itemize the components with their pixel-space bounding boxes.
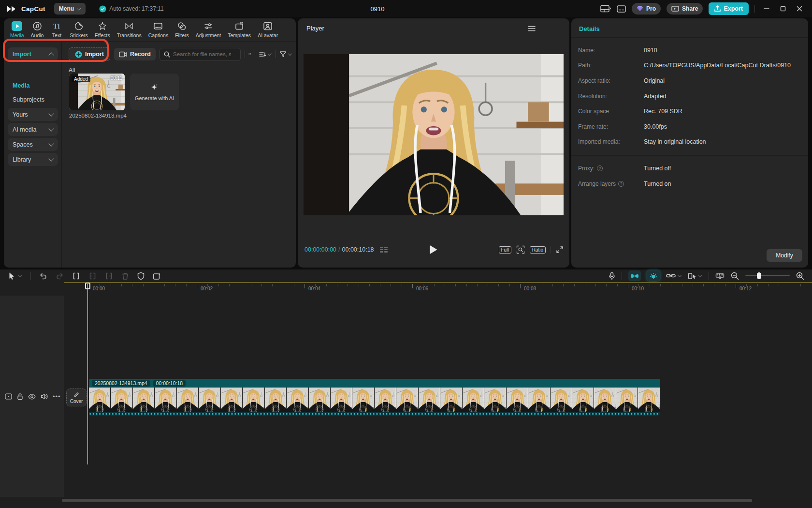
modify-button[interactable]: Modify	[767, 249, 802, 262]
help-icon[interactable]: ?	[618, 181, 624, 187]
details-panel: Details Name:0910 Path:C:/Users/TOPGUS/A…	[571, 18, 808, 268]
sidebar-item-media[interactable]: Media	[13, 82, 29, 89]
pro-button[interactable]: Pro	[632, 3, 661, 15]
export-clip-icon[interactable]	[153, 272, 161, 280]
tab-stickers[interactable]: Stickers	[66, 21, 91, 38]
cursor-clip-icon	[688, 272, 696, 280]
tab-transitions[interactable]: Transitions	[114, 21, 145, 38]
cursor-mode-button[interactable]	[688, 272, 702, 280]
generate-with-ai-card[interactable]: Generate with AI	[130, 74, 179, 110]
divider	[622, 272, 622, 280]
record-voiceover-icon[interactable]	[609, 272, 615, 280]
details-row-path: Path:C:/Users/TOPGUS/AppData/Local/CapCu…	[571, 58, 808, 74]
details-row-resolution: Resolution:Adapted	[571, 89, 808, 104]
close-button[interactable]	[797, 6, 802, 12]
details-title: Details	[571, 18, 808, 37]
slider-knob[interactable]	[757, 272, 761, 279]
divider	[30, 272, 31, 280]
export-button[interactable]: Export	[709, 2, 749, 15]
clip-filename: 20250802-134913.mp4	[69, 113, 127, 119]
track-more-button[interactable]: •••	[53, 394, 61, 399]
delete-icon[interactable]	[121, 272, 129, 280]
details-row-imported-media: Imported media:Stay in original location	[571, 134, 808, 150]
lock-track-icon[interactable]	[17, 393, 23, 400]
filmstrip-frame	[551, 388, 572, 412]
timeline-ruler[interactable]: 00:00 00:02 00:04 00:06 00:08 00:10 00:1…	[0, 283, 812, 296]
full-button[interactable]: Full	[499, 246, 511, 254]
media-clip-thumbnail[interactable]: Added 00:11	[69, 74, 125, 110]
play-button[interactable]	[430, 245, 437, 254]
notes-panel-icon[interactable]	[617, 5, 626, 13]
player-panel: Player	[298, 18, 569, 268]
media-content: Import Record All	[62, 42, 296, 268]
menu-button[interactable]: Menu	[54, 3, 86, 15]
share-button[interactable]: Share	[667, 3, 703, 15]
zoom-in-icon[interactable]	[796, 272, 804, 280]
tab-text[interactable]: TI Text	[47, 21, 66, 38]
split-delete-right-icon[interactable]	[105, 272, 113, 280]
sidebar-item-ai-media[interactable]: AI media	[8, 123, 58, 136]
tab-adjustment[interactable]: Adjustment	[192, 21, 225, 38]
video-scene	[352, 388, 374, 412]
sidebar-item-import[interactable]: Import	[8, 47, 58, 61]
magnetic-snap-toggle[interactable]	[628, 270, 641, 281]
sidebar-item-yours[interactable]: Yours	[8, 108, 58, 121]
redo-button[interactable]	[56, 272, 64, 280]
link-clips-button[interactable]	[666, 273, 682, 279]
search-box[interactable]	[160, 48, 241, 61]
filmstrip-frame	[89, 388, 111, 412]
focus-zoom-icon[interactable]	[516, 245, 525, 254]
undo-button[interactable]	[39, 272, 47, 280]
hide-track-icon[interactable]	[28, 394, 36, 400]
import-button[interactable]: Import	[69, 47, 110, 61]
sidebar-item-library[interactable]: Library	[8, 153, 58, 166]
minimize-button[interactable]	[764, 6, 769, 12]
tab-templates[interactable]: Templates	[224, 21, 254, 38]
sidebar-item-spaces[interactable]: Spaces	[8, 138, 58, 151]
tab-ai-avatar[interactable]: AI avatar	[254, 21, 281, 38]
ratio-button[interactable]: Ratio	[530, 246, 546, 254]
tab-captions[interactable]: Captions	[145, 21, 172, 38]
tab-media[interactable]: Media	[7, 21, 28, 38]
split-icon[interactable]	[72, 272, 80, 280]
sort-button[interactable]	[259, 51, 272, 58]
mute-track-icon[interactable]	[41, 393, 48, 400]
timeline-horizontal-scrollbar[interactable]	[62, 499, 752, 502]
tab-audio[interactable]: Audio	[28, 21, 47, 38]
search-input[interactable]	[173, 51, 231, 57]
mark-icon[interactable]	[137, 272, 145, 280]
fullscreen-icon[interactable]	[556, 246, 564, 254]
ruler-label: 00:08	[524, 286, 536, 291]
help-icon[interactable]: ?	[597, 165, 603, 171]
video-scene	[133, 388, 154, 412]
cover-button[interactable]: Cover	[66, 388, 87, 406]
tab-filters[interactable]: Filters	[172, 21, 192, 38]
filmstrip-frame	[352, 388, 374, 412]
player-menu-icon[interactable]	[528, 26, 536, 31]
timeline-scale-icon[interactable]	[715, 272, 725, 280]
timecode: 00:00:00:00/00:00:10:18	[304, 246, 374, 253]
video-scene	[616, 388, 638, 412]
sidebar-item-subprojects[interactable]: Subprojects	[13, 96, 44, 103]
details-row-aspect-ratio: Aspect ratio:Original	[571, 73, 808, 89]
adjustment-icon	[203, 21, 213, 31]
record-button[interactable]: Record	[114, 48, 156, 60]
select-tool-button[interactable]	[8, 272, 22, 280]
chevron-down-icon	[48, 141, 54, 146]
playhead[interactable]	[85, 283, 90, 289]
split-delete-left-icon[interactable]	[88, 272, 97, 280]
filter-button[interactable]	[279, 51, 292, 58]
timeline-video-clip[interactable]: 20250802-134913.mp4 00:00:10:18	[89, 379, 660, 416]
maximize-button[interactable]	[780, 6, 786, 12]
zoom-out-icon[interactable]	[731, 272, 739, 280]
clip-duration-label: 00:11	[111, 75, 122, 81]
layout-toggle-icon[interactable]	[600, 5, 611, 13]
grid-view-icon[interactable]	[248, 50, 251, 58]
tab-effects[interactable]: Effects	[91, 21, 114, 38]
video-preview[interactable]	[304, 54, 564, 215]
auto-preview-toggle[interactable]	[647, 270, 660, 281]
timeline-panel: 00:00 00:02 00:04 00:06 00:08 00:10 00:1…	[0, 269, 812, 508]
timeline-zoom-slider[interactable]	[745, 275, 790, 277]
frame-view-icon[interactable]	[380, 247, 388, 253]
video-scene	[463, 388, 484, 412]
